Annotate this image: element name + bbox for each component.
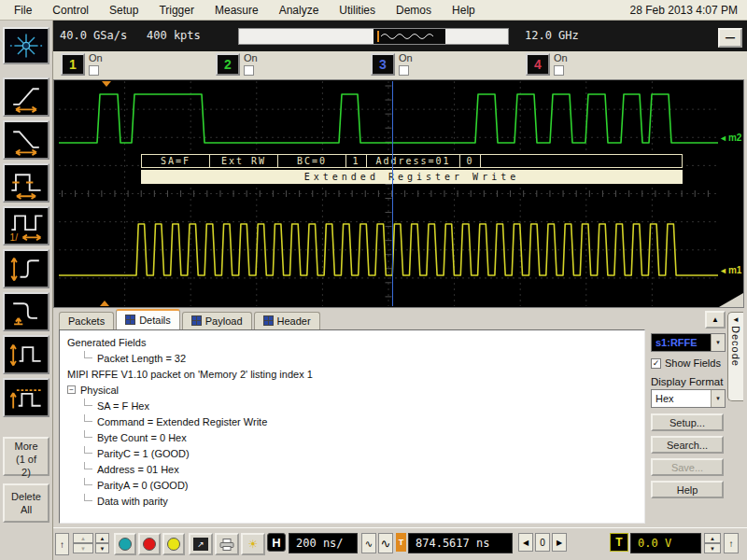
tree-row[interactable]: −Physical: [60, 382, 644, 398]
menu-help[interactable]: Help: [442, 1, 486, 20]
tree-row-label: Generated Fields: [67, 337, 146, 348]
menu-file[interactable]: File: [4, 1, 42, 20]
marker-color-red-button[interactable]: [138, 533, 161, 555]
position-left-button[interactable]: ◀: [518, 533, 533, 552]
decode-bus-fields: SA=FExt RWBC=01Address=010: [141, 154, 683, 168]
menu-control[interactable]: Control: [42, 1, 99, 20]
more-label: More: [10, 440, 42, 453]
more-page-label: (1 of 2): [10, 453, 42, 479]
marker-up-button-2[interactable]: ↑: [724, 533, 739, 553]
spin-up-icon[interactable]: ▲: [73, 533, 93, 543]
tree-row[interactable]: ParityC = 1 (GOOD): [60, 445, 644, 461]
rise-time-button[interactable]: [3, 77, 49, 117]
sine-small-button[interactable]: ∿: [361, 533, 376, 553]
bus-field: BC=0: [278, 155, 346, 167]
timebase-scrollbar[interactable]: [238, 28, 509, 45]
help-button[interactable]: Help: [651, 481, 724, 498]
channel-2-button[interactable]: 2: [216, 53, 240, 76]
horizontal-position-display[interactable]: 874.5617 ns: [408, 533, 513, 553]
trigger-icon[interactable]: T: [610, 533, 628, 552]
save-button[interactable]: Save...: [651, 458, 724, 476]
scrollbar-thumb[interactable]: [374, 29, 445, 44]
menu-trigger[interactable]: Trigger: [148, 1, 204, 20]
waveform-plot[interactable]: SA=FExt RWBC=01Address=010 Extended Regi…: [59, 81, 718, 306]
decode-side-tab[interactable]: ◄ Decode: [727, 312, 743, 401]
waveform-display: SA=FExt RWBC=01Address=010 Extended Regi…: [53, 79, 744, 308]
marker-color-teal-button[interactable]: [114, 533, 136, 555]
channel1-ground-marker[interactable]: ◄m1: [719, 265, 741, 275]
printer-icon: [219, 539, 234, 551]
search-button[interactable]: Search...: [651, 436, 724, 454]
trigger-time-icon[interactable]: T: [396, 533, 406, 552]
channel2-ground-marker[interactable]: ◄m2: [719, 133, 741, 143]
delete-all-button[interactable]: Delete All: [3, 483, 49, 523]
chevron-down-icon[interactable]: ▼: [711, 334, 725, 351]
channel-1-checkbox[interactable]: [89, 65, 99, 76]
decode-source-select[interactable]: s1:RFFE ▼: [651, 333, 726, 352]
display-brightness-button[interactable]: ☀: [241, 533, 265, 555]
collapse-expander-icon[interactable]: −: [67, 385, 76, 394]
tab-payload[interactable]: Payload: [182, 312, 252, 329]
menu-measure[interactable]: Measure: [204, 1, 269, 20]
show-fields-checkbox[interactable]: ✓ Show Fields: [651, 357, 721, 369]
menu-demos[interactable]: Demos: [386, 1, 442, 20]
tree-row[interactable]: Data with parity: [60, 493, 644, 509]
fall-level-button[interactable]: [3, 292, 49, 331]
frequency-button[interactable]: 1/: [3, 206, 49, 245]
minimize-toolbar-button[interactable]: —: [718, 28, 742, 48]
rise-level-button[interactable]: [3, 249, 49, 288]
timebase-display[interactable]: 200 ns/: [289, 533, 358, 553]
more-button[interactable]: More (1 of 2): [3, 437, 49, 476]
display-format-select[interactable]: Hex ▼: [651, 389, 726, 408]
tree-row[interactable]: Generated Fields: [60, 334, 644, 350]
trigger-level-display[interactable]: 0.0 V: [630, 533, 701, 553]
menu-analyze[interactable]: Analyze: [269, 1, 330, 20]
channel-3-button[interactable]: 3: [371, 53, 395, 76]
spin-up-icon[interactable]: ▲: [704, 533, 721, 543]
position-right-button[interactable]: ▶: [552, 533, 567, 552]
trigger-level-spinner[interactable]: ▲ ▼: [704, 533, 721, 553]
spin-up-icon[interactable]: ▲: [95, 533, 109, 543]
tree-row[interactable]: Packet Length = 32: [60, 350, 644, 366]
amplitude-button[interactable]: [3, 335, 49, 374]
waveform-grid: [59, 81, 718, 306]
channel-2-checkbox[interactable]: [244, 65, 254, 76]
tree-row[interactable]: Address = 01 Hex: [60, 461, 644, 477]
tree-row[interactable]: MIPI RFFE V1.10 packet on 'Memory 2' lis…: [60, 366, 644, 382]
marker-up-button[interactable]: ↑: [55, 533, 69, 555]
pulse-width-button[interactable]: [3, 163, 49, 203]
tab-packets[interactable]: Packets: [59, 312, 114, 329]
tree-row[interactable]: Command = Extended Register Write: [60, 413, 644, 429]
top-level-button[interactable]: [3, 378, 49, 417]
channel-1-button[interactable]: 1: [61, 53, 85, 76]
chevron-down-icon[interactable]: ▼: [711, 390, 725, 407]
spinner-disabled[interactable]: ▲ ▼: [73, 533, 93, 553]
tree-row[interactable]: ParityA = 0 (GOOD): [60, 477, 644, 493]
setup-button[interactable]: Setup...: [651, 413, 724, 431]
spin-down-icon[interactable]: ▼: [704, 543, 721, 553]
trigger-position-marker-icon[interactable]: [102, 81, 111, 87]
tab-header[interactable]: Header: [254, 312, 320, 329]
tree-row[interactable]: Byte Count = 0 Hex: [60, 429, 644, 445]
tree-row[interactable]: SA = F Hex: [60, 398, 644, 413]
print-button[interactable]: [215, 533, 239, 555]
spinner[interactable]: ▲ ▼: [95, 533, 109, 553]
position-zero-button[interactable]: 0: [535, 533, 550, 552]
spin-down-icon[interactable]: ▼: [95, 543, 109, 553]
channel-3-checkbox[interactable]: [399, 65, 409, 76]
delay-marker-icon[interactable]: [100, 301, 109, 306]
channel-4-button[interactable]: 4: [526, 53, 550, 76]
tab-details[interactable]: Details: [116, 309, 180, 329]
marker-color-yellow-button[interactable]: [162, 533, 185, 555]
menu-setup[interactable]: Setup: [99, 1, 148, 20]
menu-utilities[interactable]: Utilities: [329, 1, 386, 20]
screen-capture-button[interactable]: ↗: [189, 533, 213, 555]
app-logo-button[interactable]: [3, 27, 49, 64]
horizontal-icon[interactable]: H: [267, 533, 286, 552]
fall-time-button[interactable]: [3, 120, 49, 160]
checkbox-check-icon: ✓: [651, 358, 661, 369]
packet-details-tree[interactable]: Generated FieldsPacket Length = 32MIPI R…: [59, 329, 645, 524]
sine-large-button[interactable]: ∿: [378, 533, 393, 553]
spin-down-icon[interactable]: ▼: [73, 543, 93, 553]
channel-4-checkbox[interactable]: [554, 65, 564, 76]
